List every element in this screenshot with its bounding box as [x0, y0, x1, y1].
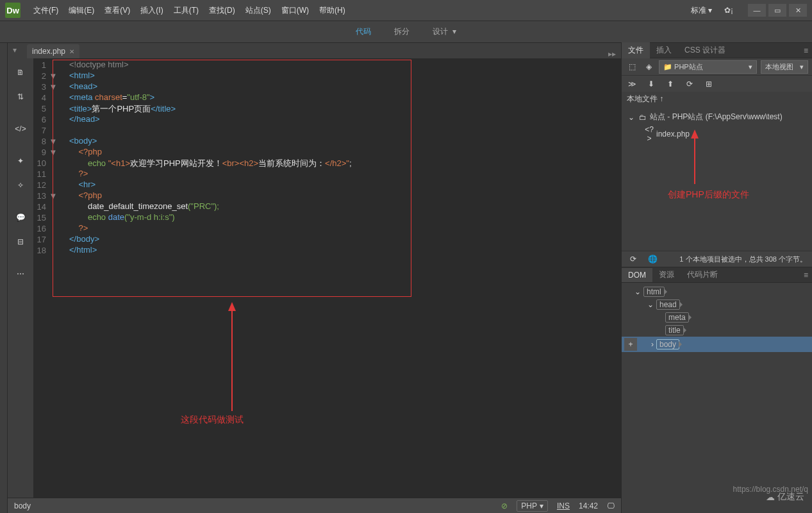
insert-mode[interactable]: INS: [557, 501, 570, 510]
resources-tab[interactable]: 资源: [652, 267, 681, 283]
menu-find[interactable]: 查找(D): [204, 1, 240, 20]
chevron-down-icon: ⌄: [627, 113, 636, 122]
file-tree: ⌄ 🗀 站点 - PHP站点 (F:\AppServ\www\test) <?>…: [622, 106, 812, 148]
file-tab-index[interactable]: index.php ✕: [27, 44, 79, 58]
right-panel: 文件 插入 CSS 设计器 ≡ ⬚ ◈ 📁 PHP站点▾ 本地视图▾ ≫ ⬇ ⬆…: [621, 43, 812, 513]
tab-overflow-icon[interactable]: ▸▸: [608, 49, 616, 58]
css-designer-tab[interactable]: CSS 设计器: [678, 42, 732, 58]
dom-tab[interactable]: DOM: [622, 268, 652, 282]
chevron-down-icon: ⌄: [634, 287, 641, 296]
collapse-icon[interactable]: ⊟: [14, 235, 27, 248]
status-bar: body ⊘ PHP ▾ INS 14:42 🖵: [8, 498, 621, 513]
files-toolbar2: ≫ ⬇ ⬆ ⟳ ⊞: [622, 75, 812, 92]
dom-head-row[interactable]: ⌄head: [622, 298, 812, 311]
snippets-tab[interactable]: 代码片断: [681, 267, 724, 283]
view-code-tab[interactable]: 代码: [351, 24, 376, 40]
dom-meta-row[interactable]: meta: [622, 311, 812, 324]
panel-menu-icon[interactable]: ≡: [804, 271, 808, 280]
main-area: ▾ index.php ✕ ▸▸ 🗎 ⇅ </> ✦ ✧ 💬 ⊟ ⋯ 1: [0, 43, 812, 513]
menubar-left: Dw 文件(F) 编辑(E) 查看(V) 插入(I) 工具(T) 查找(D) 站…: [5, 1, 351, 20]
editor-body: 🗎 ⇅ </> ✦ ✧ 💬 ⊟ ⋯ 1 2▼ 3▼ 4 5 6 7 8▼: [8, 58, 621, 498]
minimize-button[interactable]: —: [748, 4, 766, 17]
file-label: index.php: [656, 130, 690, 139]
lang-selector[interactable]: PHP ▾: [517, 500, 548, 512]
menu-edit[interactable]: 编辑(E): [63, 1, 99, 20]
arrow-up-icon: [226, 302, 238, 417]
code-content: <!doctype html> <html> <head> <meta char…: [69, 60, 352, 256]
status-check-icon[interactable]: ⊘: [501, 501, 508, 510]
view-split-tab[interactable]: 拆分: [389, 24, 415, 40]
site-selector[interactable]: 📁 PHP站点▾: [659, 60, 757, 74]
globe-icon[interactable]: 🌐: [646, 253, 659, 265]
view-selector[interactable]: 本地视图▾: [761, 60, 808, 74]
format-icon[interactable]: ✧: [14, 179, 27, 192]
site-root-label: 站点 - PHP站点 (F:\AppServ\www\test): [650, 112, 783, 122]
add-node-icon[interactable]: +: [624, 338, 637, 351]
tab-list-icon[interactable]: ▾: [13, 46, 17, 55]
dom-panel-tabs: DOM 资源 代码片断 ≡: [622, 267, 812, 283]
code-editor[interactable]: 1 2▼ 3▼ 4 5 6 7 8▼ 9▼ 10 11 12 13▼ 14 15…: [33, 58, 621, 498]
expand-icon[interactable]: ⊞: [702, 78, 715, 90]
menu-tools[interactable]: 工具(T): [169, 1, 204, 20]
wand-icon[interactable]: ✦: [14, 155, 27, 167]
menubar-right: 标准 ▾ ✿¡ — ▭ ✕: [686, 1, 807, 20]
svg-marker-1: [228, 302, 236, 311]
chevron-right-icon: ›: [651, 340, 654, 349]
dom-panel: DOM 资源 代码片断 ≡ ⌄html ⌄head meta title + ›…: [622, 267, 812, 513]
menu-help[interactable]: 帮助(H): [314, 1, 351, 20]
chevron-down-icon: ▾: [451, 27, 456, 36]
code-nav-icon[interactable]: </>: [14, 122, 27, 135]
menu-items: 文件(F) 编辑(E) 查看(V) 插入(I) 工具(T) 查找(D) 站点(S…: [28, 1, 351, 20]
restore-button[interactable]: ▭: [768, 4, 786, 17]
menu-view[interactable]: 查看(V): [99, 1, 135, 20]
layout-dropdown[interactable]: 标准 ▾: [686, 1, 717, 20]
file-row-index[interactable]: <?> index.php: [622, 124, 812, 144]
preview-icon[interactable]: 🖵: [607, 501, 615, 510]
menu-file[interactable]: 文件(F): [28, 1, 63, 20]
dom-body-row[interactable]: + › body: [622, 337, 812, 352]
document-tab-bar: ▾ index.php ✕ ▸▸: [8, 43, 621, 58]
menu-insert[interactable]: 插入(I): [135, 1, 168, 20]
dom-title-row[interactable]: title: [622, 324, 812, 337]
main-menubar: Dw 文件(F) 编辑(E) 查看(V) 插入(I) 工具(T) 查找(D) 站…: [0, 0, 812, 21]
close-button[interactable]: ✕: [789, 4, 807, 17]
view-design-tab[interactable]: 设计 ▾: [427, 24, 461, 40]
files-toolbar: ⬚ ◈ 📁 PHP站点▾ 本地视图▾: [622, 58, 812, 75]
sync-icon[interactable]: ⟳: [683, 78, 696, 90]
put-icon[interactable]: ⬆: [664, 78, 677, 90]
local-files-header[interactable]: 本地文件 ↑: [622, 92, 812, 106]
folder-icon: 🗀: [638, 113, 647, 122]
cloud-icon: ☁: [766, 492, 775, 502]
code-annotation: 这段代码做测试: [181, 414, 244, 426]
view-toolbar: 代码 拆分 设计 ▾: [0, 21, 812, 43]
insert-tab[interactable]: 插入: [650, 42, 678, 58]
status-time: 14:42: [579, 501, 598, 510]
file-mgmt-icon[interactable]: 🗎: [14, 66, 27, 79]
git-icon[interactable]: ⇅: [14, 90, 27, 103]
files-panel-tabs: 文件 插入 CSS 设计器 ≡: [622, 43, 812, 58]
panel-menu-icon[interactable]: ≡: [804, 46, 808, 55]
arrow-up-icon: [688, 130, 701, 187]
file-annotation: 创建PHP后缀的文件: [668, 189, 749, 201]
yisu-logo: ☁亿速云: [766, 491, 804, 503]
files-panel: 文件 插入 CSS 设计器 ≡ ⬚ ◈ 📁 PHP站点▾ 本地视图▾ ≫ ⬇ ⬆…: [622, 43, 812, 267]
close-tab-icon[interactable]: ✕: [69, 48, 74, 55]
dom-html-row[interactable]: ⌄html: [622, 285, 812, 298]
refresh-icon[interactable]: ⟳: [627, 253, 640, 265]
connect-icon[interactable]: ≫: [626, 78, 638, 90]
server-icon[interactable]: ◈: [642, 60, 655, 73]
files-tab[interactable]: 文件: [622, 42, 650, 58]
php-file-icon: <?>: [645, 125, 654, 143]
breadcrumb[interactable]: body: [14, 501, 31, 510]
files-status-text: 1 个本地项目被选中，总共 308 个字节。: [665, 255, 807, 264]
get-icon[interactable]: ⬇: [645, 78, 658, 90]
comment-icon[interactable]: 💬: [14, 211, 27, 224]
ftp-icon[interactable]: ⬚: [626, 60, 638, 73]
menu-window[interactable]: 窗口(W): [276, 1, 314, 20]
site-root-row[interactable]: ⌄ 🗀 站点 - PHP站点 (F:\AppServ\www\test): [622, 110, 812, 124]
editor-left-toolbar: 🗎 ⇅ </> ✦ ✧ 💬 ⊟ ⋯: [8, 58, 33, 498]
sync-settings-icon[interactable]: ✿¡: [722, 4, 735, 17]
more-icon[interactable]: ⋯: [14, 267, 27, 280]
menu-site[interactable]: 站点(S): [240, 1, 276, 20]
files-footer: ⟳ 🌐 1 个本地项目被选中，总共 308 个字节。: [622, 251, 812, 267]
